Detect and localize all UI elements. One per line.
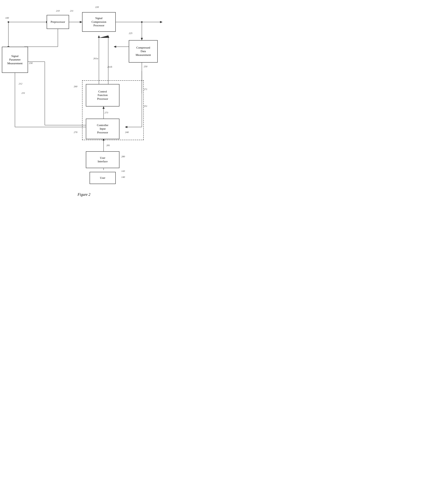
compressed-data-box: CompressedDataMeasurement — [129, 40, 158, 63]
label-212: 212 — [19, 82, 22, 85]
svg-point-7 — [141, 21, 143, 23]
user-label: User — [100, 176, 105, 180]
label-240: 240 — [125, 131, 129, 134]
svg-marker-9 — [160, 21, 162, 23]
label-230: 230 — [29, 62, 33, 65]
preprocessor-box: Preprocessor — [47, 15, 69, 29]
label-260: 260 — [74, 85, 77, 88]
user-interface-box: UserInterface — [86, 151, 119, 168]
signal-parameter-box: SignalParameterMeasurement — [2, 47, 28, 73]
signal-compression-label: SignalCompressionProcessor — [91, 16, 106, 27]
user-interface-label: UserInterface — [98, 156, 107, 163]
label-251: 251 — [144, 105, 147, 108]
controller-input-box: ControllerInputProcessor — [86, 119, 119, 139]
preprocessor-label: Preprocessor — [51, 20, 65, 24]
label-231: 231 — [22, 91, 25, 95]
svg-marker-26 — [100, 36, 108, 38]
svg-marker-24 — [98, 36, 100, 38]
label-271: 271 — [144, 88, 147, 91]
label-140: 140 — [121, 176, 125, 179]
label-220: 220 — [95, 6, 99, 9]
svg-marker-27 — [107, 36, 109, 38]
controller-input-label: ControllerInputProcessor — [97, 123, 108, 134]
compressed-data-label: CompressedDataMeasurement — [136, 46, 151, 57]
signal-compression-box: SignalCompressionProcessor — [82, 12, 116, 32]
user-box: User — [90, 172, 116, 184]
svg-point-1 — [8, 21, 9, 23]
figure-caption: Figure 2 — [0, 192, 168, 197]
label-261b: 261b — [107, 65, 112, 68]
label-211: 211 — [70, 9, 74, 12]
signal-parameter-label: SignalParameterMeasurement — [7, 54, 23, 65]
label-270: 270 — [74, 131, 77, 134]
label-250: 250 — [144, 65, 147, 68]
label-143: 143 — [121, 170, 125, 173]
svg-marker-40 — [114, 46, 116, 48]
label-225: 225 — [129, 32, 133, 35]
svg-marker-5 — [80, 21, 82, 23]
control-function-box: ControlFunctionProcessor — [86, 84, 119, 107]
control-function-label: ControlFunctionProcessor — [97, 90, 108, 101]
label-280: 280 — [121, 155, 125, 158]
label-281: 281 — [106, 144, 110, 147]
diagram: 100 Preprocessor 210 211 SignalCompressi… — [0, 0, 168, 191]
label-100: 100 — [5, 16, 9, 19]
label-273: 273 — [105, 111, 108, 114]
label-210: 210 — [56, 9, 60, 12]
label-261a: 261a — [93, 57, 98, 60]
svg-marker-13 — [141, 38, 143, 40]
